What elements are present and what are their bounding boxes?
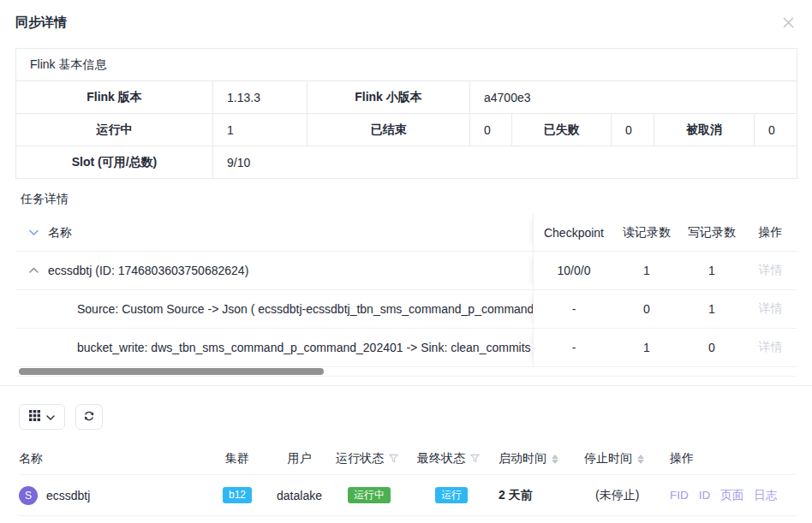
col-cluster: 集群 [212, 451, 263, 467]
flink-info-title: Flink 基本信息 [16, 49, 797, 81]
finished-value: 0 [470, 114, 512, 146]
slot-value: 9/10 [213, 146, 797, 179]
col-stop-time: 停止时间 [584, 451, 632, 467]
task-write-count: 0 [679, 341, 744, 354]
jobs-toolbar [19, 404, 812, 430]
col-job-action: 操作 [670, 451, 797, 467]
flink-minor-label: Flink 小版本 [307, 81, 470, 114]
canceled-value: 0 [755, 114, 797, 146]
running-value: 1 [213, 114, 307, 146]
task-name: bucket_write: dws_tbn_sms_command_p_comm… [77, 341, 531, 354]
table-row: Source: Custom Source -> Json ( ecssdbtj… [15, 290, 797, 329]
chevron-down-icon [46, 410, 55, 424]
col-job-name: 名称 [19, 451, 212, 467]
table-row: ecssdbtj (ID: 1746803603750682624) 10/0/… [15, 252, 797, 290]
col-checkpoint: Checkpoint [534, 226, 614, 240]
fid-link[interactable]: FID [670, 489, 689, 502]
table-row: bucket_write: dws_tbn_sms_command_p_comm… [15, 329, 797, 367]
col-user: 用户 [263, 451, 336, 467]
flink-minor-value: a4700e3 [470, 81, 797, 114]
avatar: S [19, 486, 38, 505]
col-final-status: 最终状态 [417, 451, 465, 467]
scrollbar-thumb[interactable] [19, 368, 324, 375]
horizontal-scrollbar [15, 367, 797, 377]
running-label: 运行中 [16, 114, 213, 146]
detail-link[interactable]: 详情 [759, 263, 783, 276]
section-divider [0, 385, 812, 386]
sync-detail-modal: 同步详情 Flink 基本信息 Flink 版本 1.13.3 Flink 小版… [0, 0, 812, 523]
task-table-header: 名称 Checkpoint 读记录数 写记录数 操作 [15, 214, 797, 252]
task-read-count: 0 [614, 302, 679, 316]
canceled-label: 被取消 [654, 114, 755, 146]
task-write-count: 1 [679, 302, 744, 316]
col-read: 读记录数 [614, 225, 679, 241]
job-name: ecssdbtj [46, 489, 90, 502]
task-name: Source: Custom Source -> Json ( ecssdbtj… [77, 302, 533, 316]
col-write: 写记录数 [679, 225, 744, 241]
collapse-row-icon[interactable] [29, 267, 39, 274]
flink-version-label: Flink 版本 [16, 81, 213, 114]
log-link[interactable]: 日志 [754, 488, 777, 503]
grid-view-icon [29, 410, 40, 424]
task-section-title: 任务详情 [21, 192, 812, 207]
job-user: datalake [263, 489, 336, 502]
task-checkpoint: 10/0/0 [534, 264, 614, 277]
job-row: S ecssdbtj b12 datalake 运行中 运行 2 天前 (未停止… [19, 475, 797, 516]
col-run-status: 运行状态 [336, 451, 384, 467]
col-start-time: 启动时间 [499, 451, 546, 467]
job-stop-time: (未停止) [595, 488, 639, 503]
job-start-time: 2 天前 [499, 488, 533, 503]
jobs-table: 名称 集群 用户 运行状态 最终状态 启动时间 [19, 443, 797, 516]
failed-label: 已失败 [512, 114, 612, 146]
modal-header: 同步详情 [0, 0, 812, 28]
task-table: 名称 Checkpoint 读记录数 写记录数 操作 ecssdbtj (ID:… [15, 214, 797, 377]
task-write-count: 1 [679, 264, 744, 277]
close-icon[interactable] [780, 15, 797, 31]
page-title: 同步详情 [15, 15, 67, 31]
task-checkpoint: - [534, 302, 614, 316]
slot-label: Slot (可用/总数) [16, 146, 213, 179]
final-status-badge: 运行 [435, 487, 468, 503]
task-checkpoint: - [534, 341, 614, 354]
page-link[interactable]: 页面 [720, 488, 743, 503]
run-status-badge: 运行中 [348, 487, 391, 503]
task-read-count: 1 [614, 341, 679, 354]
expand-all-icon[interactable] [29, 229, 39, 236]
cluster-tag: b12 [223, 487, 252, 503]
filter-icon[interactable] [389, 452, 398, 466]
detail-link[interactable]: 详情 [759, 340, 783, 354]
id-link[interactable]: ID [699, 489, 711, 502]
col-action: 操作 [744, 225, 797, 241]
jobs-table-header: 名称 集群 用户 运行状态 最终状态 启动时间 [19, 443, 797, 475]
sorter-icon[interactable] [552, 455, 558, 464]
filter-icon[interactable] [470, 452, 480, 466]
sorter-icon[interactable] [637, 455, 644, 464]
finished-label: 已结束 [307, 114, 470, 146]
task-name: ecssdbtj (ID: 1746803603750682624) [48, 264, 248, 277]
flink-version-value: 1.13.3 [213, 81, 307, 114]
flink-info-table: Flink 基本信息 Flink 版本 1.13.3 Flink 小版本 a47… [15, 48, 797, 179]
col-name: 名称 [48, 225, 72, 241]
task-read-count: 1 [614, 264, 679, 277]
detail-link[interactable]: 详情 [759, 301, 783, 315]
refresh-icon [83, 410, 95, 425]
failed-value: 0 [612, 114, 654, 146]
column-settings-button[interactable] [19, 404, 65, 430]
refresh-button[interactable] [75, 404, 103, 430]
